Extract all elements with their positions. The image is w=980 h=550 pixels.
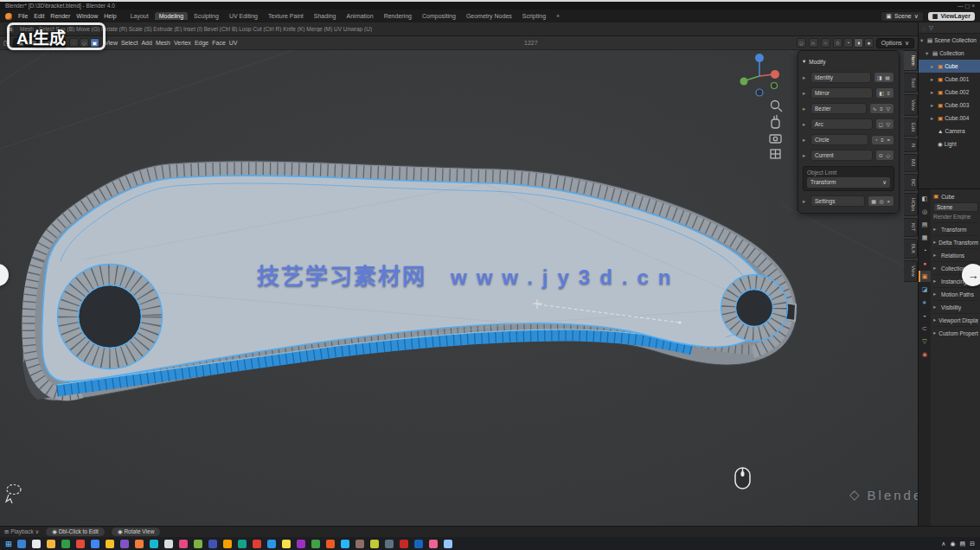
filter-icon[interactable]: ▽ <box>929 24 933 31</box>
expand-arrow[interactable]: ▾ <box>926 50 931 57</box>
expand-arrow[interactable]: ▸ <box>931 63 936 70</box>
expand-icon[interactable]: ▸ <box>803 106 808 112</box>
properties-panel-row[interactable]: ▸ Delta Transform <box>933 235 978 248</box>
properties-tab-icon[interactable]: ▣ <box>919 271 931 282</box>
limit-dropdown[interactable]: Transform ∨ <box>807 177 890 188</box>
viewport-menu-item[interactable]: View <box>105 40 118 46</box>
workspace-tab[interactable]: Texture Paint <box>264 12 308 20</box>
expand-arrow[interactable]: ▸ <box>931 76 936 83</box>
taskbar-app-icon[interactable] <box>311 540 320 548</box>
next-arrow-button[interactable]: → <box>962 264 980 286</box>
shading-mode-button[interactable]: ○ <box>833 38 842 48</box>
taskbar-app-icon[interactable] <box>429 540 438 548</box>
sidebar-tab[interactable]: N <box>904 138 918 152</box>
tray-icon[interactable]: ◉ <box>950 540 955 547</box>
modifier-row[interactable]: ▸ Bezier ∿ ≡ ▽ <box>803 103 894 114</box>
properties-tab-icon[interactable]: ∗ <box>919 297 931 308</box>
tray-icon[interactable]: ⊟ <box>970 540 975 547</box>
expand-icon[interactable]: ▸ <box>803 121 808 128</box>
taskbar-app-icon[interactable] <box>355 540 364 548</box>
outliner-row[interactable]: ▾ ▤ Scene Collection <box>919 34 980 47</box>
sidebar-tab[interactable]: Tool <box>904 73 918 93</box>
properties-tab-icon[interactable]: ◧ <box>919 193 931 204</box>
viewport-menu-item[interactable]: Add <box>141 40 151 46</box>
properties-tab-icon[interactable]: ◉ <box>919 349 931 360</box>
taskbar-app-icon[interactable] <box>400 540 408 548</box>
scene-selector[interactable]: ▣ Scene ∨ <box>881 11 924 22</box>
status-left[interactable]: ⊞ Playback ∨ <box>4 528 39 535</box>
outliner-row[interactable]: ▸ ▣ Cube.002 <box>919 86 980 99</box>
tray-icon[interactable]: ▤ <box>960 540 966 547</box>
workspace-tab[interactable]: Compositing <box>418 12 460 20</box>
shading-mode-button[interactable]: ◑ <box>854 38 863 48</box>
viewport-menu-item[interactable]: Face <box>212 40 226 46</box>
sidebar-tab[interactable]: View <box>904 260 918 282</box>
workspace-tab[interactable]: Shading <box>310 12 341 20</box>
search-icon[interactable]: ◌ <box>922 25 926 31</box>
expand-arrow[interactable]: ▸ <box>931 115 936 122</box>
properties-panel-row[interactable]: ▸ Motion Paths <box>933 287 978 300</box>
properties-panel-row[interactable]: ▸ Transform <box>933 222 978 235</box>
taskbar-app-icon[interactable] <box>208 540 217 548</box>
taskbar-app-icon[interactable] <box>47 540 55 548</box>
sidebar-tab[interactable]: HOps <box>904 193 918 216</box>
taskbar-app-icon[interactable] <box>223 540 232 548</box>
outliner-row[interactable]: ▾ ▤ Collection <box>919 47 980 60</box>
menu-item[interactable]: Edit <box>34 13 44 19</box>
properties-tab-icon[interactable]: ▤ <box>919 219 931 230</box>
expand-icon[interactable]: ▸ <box>803 152 808 159</box>
properties-tab-icon[interactable]: ◔ <box>919 245 931 256</box>
sidebar-tab[interactable]: Item <box>904 50 918 71</box>
properties-tab-icon[interactable]: ◪ <box>919 284 931 295</box>
properties-tab-icon[interactable]: ◒ <box>919 310 931 321</box>
workspace-tab[interactable]: Animation <box>343 12 378 20</box>
expand-icon[interactable]: ▸ <box>803 198 808 205</box>
expand-arrow[interactable]: ▾ <box>920 37 926 44</box>
blender-logo-icon[interactable] <box>5 13 12 20</box>
viewport-menu-item[interactable]: Mesh <box>156 40 170 46</box>
modifier-name[interactable]: Circle <box>810 134 868 145</box>
viewport-nav-icons[interactable] <box>770 101 782 159</box>
sidebar-tab[interactable]: Edit <box>904 118 918 137</box>
workspace-tab[interactable]: Layout <box>126 12 153 20</box>
workspace-tab[interactable]: Geometry Nodes <box>462 12 516 20</box>
taskbar-app-icon[interactable] <box>135 540 144 548</box>
workspace-tab[interactable]: Sculpting <box>189 12 223 20</box>
modifier-toggle-icons[interactable]: ◧ ≡ <box>875 87 894 99</box>
workspace-tab[interactable]: + <box>552 12 564 20</box>
viewport-menu-item[interactable]: UV <box>229 40 238 46</box>
taskbar-app-icon[interactable] <box>414 540 423 548</box>
lasso-tool-icon[interactable] <box>6 485 21 504</box>
settings-row[interactable]: ▸ Settings ▦ ◎ × <box>803 195 894 207</box>
modifier-toggle-icons[interactable]: ⊙ ◇ <box>875 150 894 161</box>
outliner-row[interactable]: ▲ Camera <box>919 125 980 138</box>
outliner-row[interactable]: ▸ ▣ Cube <box>919 60 980 73</box>
taskbar-app-icon[interactable] <box>282 540 291 548</box>
modifier-name[interactable]: Identity <box>810 72 871 83</box>
expand-arrow[interactable]: ▸ <box>931 102 936 109</box>
modifier-row[interactable]: ▸ Mirror ◧ ≡ <box>803 87 894 99</box>
properties-panel-row[interactable]: ▸ Viewport Display <box>933 313 978 326</box>
viewport-menu-item[interactable]: Edge <box>195 40 208 46</box>
workspace-tab[interactable]: UV Editing <box>225 12 262 20</box>
viewport-menu-item[interactable]: Select <box>121 40 138 46</box>
properties-tab-icon[interactable]: ▦ <box>919 232 931 243</box>
outliner-row[interactable]: ▸ ▣ Cube.004 <box>919 112 980 125</box>
taskbar-app-icon[interactable] <box>17 540 26 548</box>
modifier-name[interactable]: Bezier <box>810 103 867 114</box>
workspace-tab[interactable]: Scripting <box>518 12 550 20</box>
taskbar-app-icon[interactable] <box>194 540 202 548</box>
sidebar-tab[interactable]: BLK <box>904 239 918 259</box>
proportional-edit-icon[interactable]: ○ <box>821 38 830 48</box>
taskbar-app-icon[interactable] <box>385 540 394 548</box>
sidebar-tab[interactable]: BC <box>904 174 918 191</box>
properties-tab-icon[interactable]: ▽ <box>919 336 931 347</box>
taskbar-app-icon[interactable] <box>253 540 261 548</box>
modifier-toggle-icons[interactable]: ◔ ≡ = <box>871 135 894 145</box>
expand-icon[interactable]: ▸ <box>803 137 808 144</box>
modifier-row[interactable]: ▸ Circle ◔ ≡ = <box>803 134 894 145</box>
sidebar-tab[interactable]: View <box>904 94 918 116</box>
panel-header[interactable]: ▾ Modify <box>803 55 894 67</box>
shading-mode-button[interactable]: ◔ <box>843 38 853 48</box>
scene-field[interactable]: Scene <box>933 202 978 212</box>
